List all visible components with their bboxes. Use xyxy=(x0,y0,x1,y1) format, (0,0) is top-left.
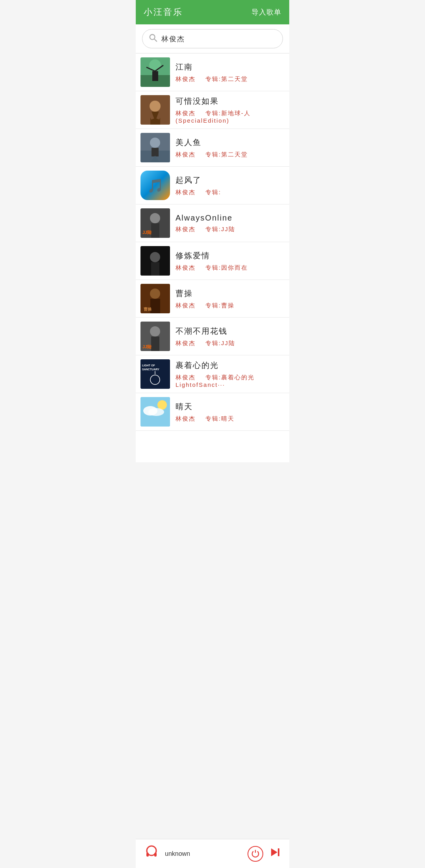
svg-rect-5 xyxy=(152,71,158,81)
song-item[interactable]: JJ陆 AlwaysOnline 林俊杰 专辑:JJ陆 xyxy=(136,204,289,242)
svg-point-9 xyxy=(150,101,161,112)
svg-point-41 xyxy=(148,408,164,416)
song-item[interactable]: 美人鱼 林俊杰 专辑:第二天堂 xyxy=(136,129,289,167)
svg-point-30 xyxy=(150,326,160,337)
song-thumbnail: 🎵 xyxy=(140,171,170,200)
song-list: 江南 林俊杰 专辑:第二天堂 可惜没如果 林俊杰 专辑:新地球-人(Specia… xyxy=(136,53,289,462)
svg-text:LIGHT OF: LIGHT OF xyxy=(142,364,155,367)
svg-text:SANCTUARY: SANCTUARY xyxy=(142,368,159,371)
song-meta: 林俊杰 专辑:第二天堂 xyxy=(176,75,285,83)
svg-point-15 xyxy=(150,138,160,148)
song-info: 曹操 林俊杰 专辑:曹操 xyxy=(176,288,285,309)
song-item[interactable]: 江南 林俊杰 专辑:第二天堂 xyxy=(136,53,289,91)
svg-rect-27 xyxy=(150,299,160,313)
svg-point-19 xyxy=(150,213,160,223)
search-bar xyxy=(142,29,283,48)
song-item[interactable]: 可惜没如果 林俊杰 专辑:新地球-人(SpecialEdition) xyxy=(136,91,289,129)
app-header: 小汪音乐 导入歌单 xyxy=(136,0,289,24)
song-info: 修炼爱情 林俊杰 专辑:因你而在 xyxy=(176,250,285,272)
song-thumbnail xyxy=(140,133,170,162)
song-title: 江南 xyxy=(176,62,285,72)
svg-rect-20 xyxy=(151,223,159,238)
song-info: 起风了 林俊杰 专辑: xyxy=(176,175,285,196)
song-meta: 林俊杰 专辑:第二天堂 xyxy=(176,151,285,158)
song-item[interactable]: 曹操 曹操 林俊杰 专辑:曹操 xyxy=(136,280,289,318)
song-item[interactable]: JJ陆 不潮不用花钱 林俊杰 专辑:JJ陆 xyxy=(136,318,289,355)
svg-line-1 xyxy=(154,39,157,41)
song-info: 可惜没如果 林俊杰 专辑:新地球-人(SpecialEdition) xyxy=(176,96,285,124)
song-thumbnail xyxy=(140,397,170,427)
song-title: 不潮不用花钱 xyxy=(176,326,285,337)
svg-text:JJ陆: JJ陆 xyxy=(142,344,152,349)
song-info: 美人鱼 林俊杰 专辑:第二天堂 xyxy=(176,137,285,158)
import-playlist-button[interactable]: 导入歌单 xyxy=(251,7,281,17)
song-thumbnail xyxy=(140,57,170,87)
svg-rect-31 xyxy=(151,337,159,351)
song-meta: 林俊杰 专辑:JJ陆 xyxy=(176,226,285,233)
song-thumbnail xyxy=(140,246,170,276)
song-title: 晴天 xyxy=(176,401,285,412)
svg-rect-24 xyxy=(151,262,159,276)
song-thumbnail: JJ陆 xyxy=(140,208,170,238)
song-item[interactable]: 修炼爱情 林俊杰 专辑:因你而在 xyxy=(136,242,289,280)
song-title: 修炼爱情 xyxy=(176,250,285,261)
song-thumbnail: JJ陆 xyxy=(140,322,170,351)
song-title: 美人鱼 xyxy=(176,137,285,148)
song-item[interactable]: 🎵 起风了 林俊杰 专辑: xyxy=(136,167,289,204)
song-title: 起风了 xyxy=(176,175,285,186)
song-meta: 林俊杰 专辑:因你而在 xyxy=(176,264,285,272)
song-meta: 林俊杰 专辑:JJ陆 xyxy=(176,340,285,347)
song-thumbnail: LIGHT OFSANCTUARY xyxy=(140,359,170,389)
search-icon xyxy=(149,33,157,44)
song-info: AlwaysOnline 林俊杰 专辑:JJ陆 xyxy=(176,213,285,233)
search-container xyxy=(136,24,289,53)
song-info: 晴天 林俊杰 专辑:晴天 xyxy=(176,401,285,423)
song-meta: 林俊杰 专辑:新地球-人(SpecialEdition) xyxy=(176,110,285,124)
song-thumbnail xyxy=(140,95,170,125)
song-info: 不潮不用花钱 林俊杰 专辑:JJ陆 xyxy=(176,326,285,347)
svg-rect-16 xyxy=(152,148,159,156)
song-item[interactable]: 晴天 林俊杰 专辑:晴天 xyxy=(136,393,289,431)
song-title: 裹着心的光 xyxy=(176,360,285,371)
svg-point-39 xyxy=(157,400,167,410)
song-title: 曹操 xyxy=(176,288,285,299)
svg-text:JJ陆: JJ陆 xyxy=(142,230,152,235)
song-info: 裹着心的光 林俊杰 专辑:裹着心的光LightofSanct··· xyxy=(176,360,285,388)
song-title: AlwaysOnline xyxy=(176,213,285,223)
song-meta: 林俊杰 专辑:裹着心的光LightofSanct··· xyxy=(176,374,285,388)
song-meta: 林俊杰 专辑: xyxy=(176,189,285,196)
svg-text:曹操: 曹操 xyxy=(144,307,152,311)
song-thumbnail: 曹操 xyxy=(140,284,170,313)
search-input[interactable] xyxy=(161,35,276,43)
song-meta: 林俊杰 专辑:曹操 xyxy=(176,302,285,309)
svg-point-26 xyxy=(150,289,160,299)
song-item[interactable]: LIGHT OFSANCTUARY 裹着心的光 林俊杰 专辑:裹着心的光Ligh… xyxy=(136,355,289,393)
song-meta: 林俊杰 专辑:晴天 xyxy=(176,415,285,423)
song-info: 江南 林俊杰 专辑:第二天堂 xyxy=(176,62,285,83)
song-title: 可惜没如果 xyxy=(176,96,285,107)
svg-point-23 xyxy=(150,252,160,262)
app-title: 小汪音乐 xyxy=(144,6,183,18)
